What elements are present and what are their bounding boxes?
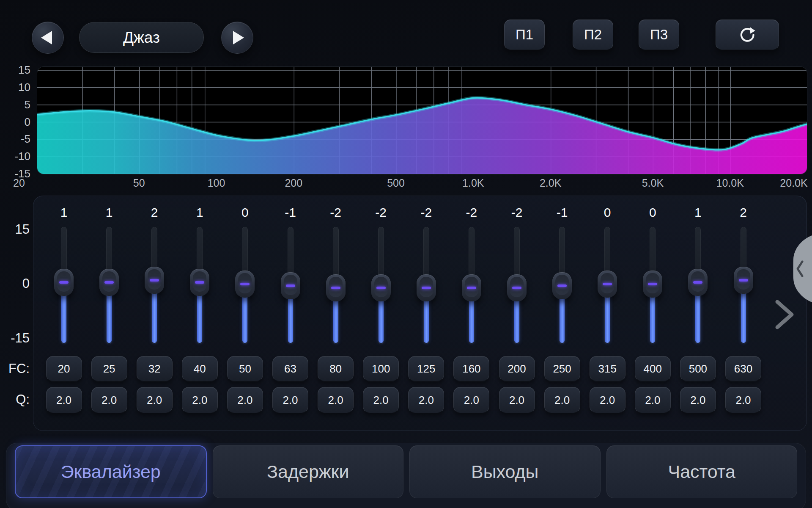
band-fc-button[interactable]: 32 <box>137 356 173 381</box>
band-slider-thumb[interactable] <box>507 274 527 301</box>
eq-band-column: 04002.0 <box>630 196 675 431</box>
tab-outputs[interactable]: Выходы <box>409 445 601 498</box>
band-q-button[interactable]: 2.0 <box>318 387 354 413</box>
band-q-button[interactable]: 2.0 <box>680 387 716 413</box>
band-slider-thumb[interactable] <box>54 269 74 296</box>
band-fc-button[interactable]: 40 <box>182 356 218 381</box>
thumb-grip-icon <box>467 287 476 289</box>
band-q-button[interactable]: 2.0 <box>544 387 580 413</box>
eq-band-column: 0502.0 <box>222 196 268 431</box>
eq-curve-svg <box>37 67 807 174</box>
band-q-button[interactable]: 2.0 <box>635 387 671 413</box>
band-q-button[interactable]: 2.0 <box>453 387 489 413</box>
thumb-grip-icon <box>59 281 69 284</box>
band-slider-thumb[interactable] <box>417 274 436 301</box>
bottom-tab-bar: ЭквалайзерЗадержкиВыходыЧастота <box>6 443 806 508</box>
band-gain-value: -1 <box>268 205 313 220</box>
thumb-grip-icon <box>331 287 340 289</box>
band-slider-thumb[interactable] <box>598 271 617 298</box>
slider-scale-min-label: -15 <box>0 331 30 346</box>
band-gain-value: 0 <box>585 205 630 220</box>
preset-selector[interactable]: Джаз <box>79 22 204 53</box>
band-slider-thumb[interactable] <box>371 274 391 301</box>
band-q-button[interactable]: 2.0 <box>272 387 308 413</box>
band-slider-thumb[interactable] <box>552 272 572 299</box>
band-fc-button[interactable]: 100 <box>363 356 399 381</box>
thumb-grip-icon <box>512 287 521 289</box>
band-fc-button[interactable]: 200 <box>499 356 535 381</box>
thumb-grip-icon <box>648 283 657 285</box>
band-fc-button[interactable]: 25 <box>91 356 127 381</box>
freq-axis-tick-label: 5.0K <box>629 177 676 189</box>
band-slider-thumb[interactable] <box>190 269 209 296</box>
right-triangle-icon <box>233 31 244 44</box>
band-slider-thumb[interactable] <box>99 269 119 296</box>
expand-panel-button[interactable] <box>771 298 798 331</box>
eq-band-column: 2322.0 <box>132 196 177 431</box>
freq-axis-tick-label: 10.0K <box>707 177 753 189</box>
band-q-button[interactable]: 2.0 <box>499 387 535 413</box>
memory-preset-p1-button[interactable]: П1 <box>504 19 545 50</box>
thumb-grip-icon <box>376 287 386 289</box>
band-fc-button[interactable]: 80 <box>318 356 354 381</box>
band-gain-value: 1 <box>177 205 222 220</box>
eq-band-column: -21002.0 <box>358 196 403 431</box>
freq-axis-tick-label: 500 <box>373 177 419 189</box>
tab-frequency[interactable]: Частота <box>606 445 798 498</box>
eq-bands-panel: 1202.01252.02322.01402.00502.0-1632.0-28… <box>33 196 807 431</box>
band-slider-thumb[interactable] <box>281 272 300 299</box>
band-q-button[interactable]: 2.0 <box>725 387 761 413</box>
band-fc-button[interactable]: 315 <box>590 356 625 381</box>
db-axis-tick-label: 0 <box>0 116 30 128</box>
band-q-button[interactable]: 2.0 <box>408 387 444 413</box>
eq-band-column: 03152.0 <box>585 196 630 431</box>
reset-icon <box>738 26 756 44</box>
band-q-button[interactable]: 2.0 <box>137 387 173 413</box>
next-preset-button[interactable] <box>221 22 253 54</box>
thumb-grip-icon <box>150 279 159 282</box>
thumb-grip-icon <box>104 281 114 284</box>
tab-delays[interactable]: Задержки <box>213 445 404 498</box>
band-q-button[interactable]: 2.0 <box>46 387 82 413</box>
band-gain-value: 2 <box>721 205 766 220</box>
tab-equalizer[interactable]: Эквалайзер <box>15 445 207 498</box>
band-q-button[interactable]: 2.0 <box>91 387 127 413</box>
eq-band-column: -22002.0 <box>494 196 540 431</box>
band-slider-thumb[interactable] <box>145 267 164 294</box>
band-fc-button[interactable]: 630 <box>725 356 761 381</box>
reset-button[interactable] <box>716 19 779 50</box>
previous-preset-button[interactable] <box>32 22 64 54</box>
band-slider-thumb[interactable] <box>688 269 708 296</box>
eq-band-column: -2802.0 <box>313 196 358 431</box>
band-slider-thumb[interactable] <box>326 274 346 301</box>
memory-preset-p2-button[interactable]: П2 <box>573 19 613 50</box>
side-panel-pull-tab[interactable] <box>780 233 812 305</box>
band-gain-value: -2 <box>403 205 449 220</box>
band-gain-value: -2 <box>313 205 358 220</box>
band-fc-button[interactable]: 50 <box>227 356 263 381</box>
band-q-button[interactable]: 2.0 <box>590 387 625 413</box>
band-q-button[interactable]: 2.0 <box>363 387 399 413</box>
memory-preset-p3-button[interactable]: П3 <box>639 19 679 50</box>
band-fc-button[interactable]: 125 <box>408 356 444 381</box>
thumb-grip-icon <box>286 284 295 287</box>
freq-axis-tick-label: 2.0K <box>527 177 574 189</box>
band-fc-button[interactable]: 20 <box>46 356 82 381</box>
band-fc-button[interactable]: 250 <box>544 356 580 381</box>
band-slider-thumb[interactable] <box>462 274 481 301</box>
band-slider-thumb[interactable] <box>235 271 255 298</box>
band-fc-button[interactable]: 400 <box>635 356 671 381</box>
equalizer-screen: Джаз П1П2П3 151050-5-10-15 2050100200500… <box>0 0 812 508</box>
band-fc-button[interactable]: 160 <box>453 356 489 381</box>
band-slider-thumb[interactable] <box>643 271 662 298</box>
frequency-response-chart <box>37 66 807 174</box>
band-fc-button[interactable]: 63 <box>272 356 308 381</box>
freq-axis-tick-label: 1.0K <box>450 177 497 189</box>
db-axis-tick-label: 5 <box>0 99 30 110</box>
band-slider-thumb[interactable] <box>734 267 753 294</box>
band-q-button[interactable]: 2.0 <box>227 387 263 413</box>
band-fc-button[interactable]: 500 <box>680 356 716 381</box>
band-gain-value: -2 <box>494 205 540 220</box>
band-q-button[interactable]: 2.0 <box>182 387 218 413</box>
thumb-grip-icon <box>422 287 431 289</box>
